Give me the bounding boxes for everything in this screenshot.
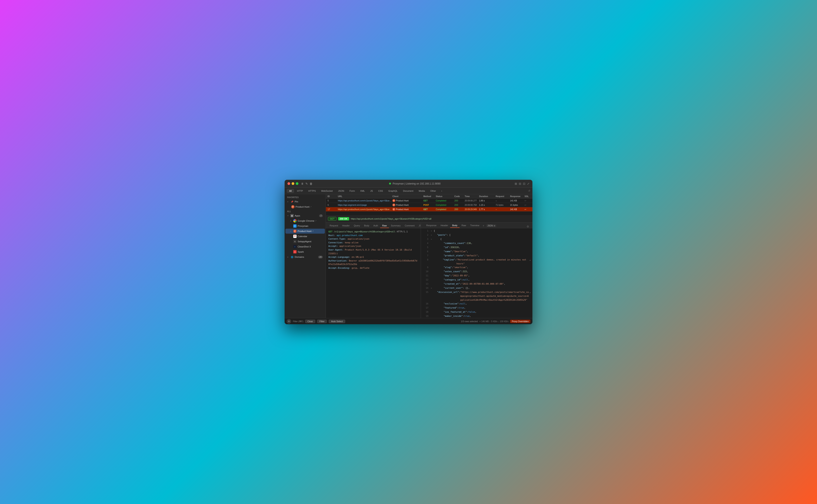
req-tab-summary[interactable]: Summary <box>389 224 403 228</box>
resp-tab-header[interactable]: Header <box>439 223 450 228</box>
pip-icon[interactable]: ⊡ <box>523 182 526 185</box>
tab-form[interactable]: Form <box>347 189 357 193</box>
req-accept-val: application/json <box>339 245 361 247</box>
tab-all[interactable]: All <box>287 189 294 193</box>
req-tab-raw[interactable]: Raw <box>380 224 389 228</box>
maximize-button[interactable] <box>296 182 298 185</box>
tab-js[interactable]: JS <box>368 189 375 193</box>
req-tab-auth[interactable]: Auth <box>371 224 380 228</box>
req-tab-request[interactable]: Request <box>327 224 340 228</box>
minimize-button[interactable] <box>291 182 294 185</box>
calendar-icon: 📅 <box>293 235 296 238</box>
json-line: 5 "id" : 358320 , <box>421 246 533 250</box>
resp-tab-add[interactable]: + <box>482 223 486 228</box>
add-button[interactable]: + <box>287 319 291 324</box>
rows-selected: 1/3 rows selected <box>461 320 478 323</box>
edit-icon[interactable]: ✎ <box>305 182 308 185</box>
req-tab-query[interactable]: Query <box>352 224 362 228</box>
col-id: ID <box>327 195 334 198</box>
json-line: 19 "maker_inside" : true , <box>421 314 533 318</box>
window-title: Proxyman | Listening on 192.168.1.11:909… <box>315 182 515 185</box>
tab-media[interactable]: Media <box>417 189 428 193</box>
row1-client-label: Product Hunt <box>396 199 408 202</box>
tab-https[interactable]: HTTPS <box>306 189 318 193</box>
resp-tab-response[interactable]: Response <box>424 223 439 228</box>
refresh-icon[interactable]: ↺ <box>528 189 530 192</box>
resp-tab-raw[interactable]: Raw <box>460 223 468 228</box>
sidebar-item-apps[interactable]: ▾ ▦ Apps 7 <box>285 213 325 218</box>
col-ssl: SSL <box>525 195 531 198</box>
json-format-badge[interactable]: JSON ≎ <box>486 224 496 227</box>
table-row[interactable]: 5 https://api.producthunt.com/v1/posts?d… <box>326 199 533 203</box>
url-method-tag: GET <box>328 217 336 221</box>
row3-response: 141 KB <box>510 208 525 211</box>
domains-count: 28 <box>318 256 323 258</box>
sidebar-item-producthunt-pin[interactable]: P Product Hunt ↗ <box>285 204 325 209</box>
response-panel-tabs: Response Header Body Raw Treeview + JSON… <box>421 222 533 228</box>
sidebar-item-calendar[interactable]: ▸ 📅 Calendar <box>285 234 325 239</box>
tab-other[interactable]: Other <box>428 189 439 193</box>
json-line: 12 "category_id" : null , <box>421 278 533 282</box>
filter-button[interactable]: Filter <box>317 319 327 323</box>
title-text: Proxyman | Listening on 192.168.1.11:909… <box>392 182 441 185</box>
row1-request: – <box>496 200 510 202</box>
col-duration: Duration <box>479 195 496 198</box>
json-line: 10 "votes_count" : 315 , <box>421 270 533 274</box>
tab-http[interactable]: HTTP <box>294 189 305 193</box>
req-tab-header[interactable]: Header <box>340 224 352 228</box>
row2-ssl: ↩ <box>525 204 531 206</box>
json-line: 15 "discussion_url" : "https://www.produ… <box>421 290 533 302</box>
row3-ssl: ↩ <box>525 208 531 211</box>
domains-expand-icon: ▸ <box>287 256 290 258</box>
row1-time: 20:09:08.277 <box>465 200 479 202</box>
table-row[interactable]: 6 https://api.segment.io/v1/page P Produ… <box>326 203 533 207</box>
row3-time: 20:09:29.949 <box>465 208 479 211</box>
row3-client-icon: P <box>392 208 395 211</box>
sidebar-item-producthunt[interactable]: ▸ P Product Hunt ↗ <box>285 229 325 234</box>
col-dot <box>334 195 338 198</box>
pause-icon[interactable]: ⏸ <box>301 182 304 185</box>
sidebar-item-chrome[interactable]: ▸ Google Chrome ↗ <box>285 218 325 223</box>
resp-panel-settings-icon[interactable]: ⚙ <box>527 225 529 228</box>
auto-select-button[interactable]: Auto Select <box>328 319 345 323</box>
req-tab-comment[interactable]: Comment <box>403 224 417 228</box>
sidebar-item-spark[interactable]: ▸ A Spark <box>285 249 325 254</box>
fullscreen-icon[interactable]: ⤢ <box>527 182 530 185</box>
sidebar-icon[interactable]: ⊞ <box>515 182 517 185</box>
favorites-label: Favorites <box>284 195 326 199</box>
col-url: URL <box>338 195 392 198</box>
sidebar-item-setapp[interactable]: ▸ S SetappAgent <box>285 239 325 244</box>
row3-url: https://api.producthunt.com/v1/posts?day… <box>338 208 392 211</box>
tab-json[interactable]: JSON <box>335 189 346 193</box>
row3-status: Completed <box>436 208 454 211</box>
tab-document[interactable]: Document <box>400 189 416 193</box>
trash-icon[interactable]: 🗑 <box>309 182 312 185</box>
close-button[interactable] <box>287 182 290 185</box>
req-enc-val: gzip, deflate <box>352 267 369 269</box>
external-link-icon: ↗ <box>310 206 312 208</box>
req-tab-body[interactable]: Body <box>362 224 371 228</box>
split-icon[interactable]: ⊟ <box>519 182 521 185</box>
clear-button[interactable]: Clear <box>305 319 315 323</box>
setapp-label: SetappAgent <box>297 240 311 243</box>
resp-tab-treeview[interactable]: Treeview <box>468 223 482 228</box>
tab-css[interactable]: CSS <box>376 189 385 193</box>
tab-graphql[interactable]: GraphQL <box>386 189 400 193</box>
title-bar-right: ⊞ ⊟ ⊡ ⤢ <box>515 182 530 185</box>
domains-label: Domains <box>295 256 304 258</box>
spark-label: Spark <box>297 251 304 253</box>
calendar-label: Calendar <box>297 235 307 238</box>
sidebar-item-cleanshot[interactable]: ▸ C CleanShot X <box>285 244 325 249</box>
sidebar-item-pin[interactable]: ▸ 📌 Pin <box>285 199 325 204</box>
row3-code: 200 <box>454 208 465 211</box>
setapp-icon: S <box>293 240 296 243</box>
tab-websocket[interactable]: WebSocket <box>319 189 335 193</box>
tab-xml[interactable]: XML <box>358 189 367 193</box>
row2-url: https://api.segment.io/v1/page <box>338 204 392 206</box>
req-tab-json[interactable]: JSON <box>417 224 421 228</box>
tab-more[interactable]: › <box>439 189 445 193</box>
sidebar-item-proxyman[interactable]: ▸ P Proxyman <box>285 224 325 228</box>
table-row[interactable]: 17 https://api.producthunt.com/v1/posts?… <box>326 207 533 212</box>
sidebar-item-domains[interactable]: ▸ 🌐 Domains 28 <box>285 254 325 259</box>
resp-tab-body[interactable]: Body <box>450 223 460 228</box>
